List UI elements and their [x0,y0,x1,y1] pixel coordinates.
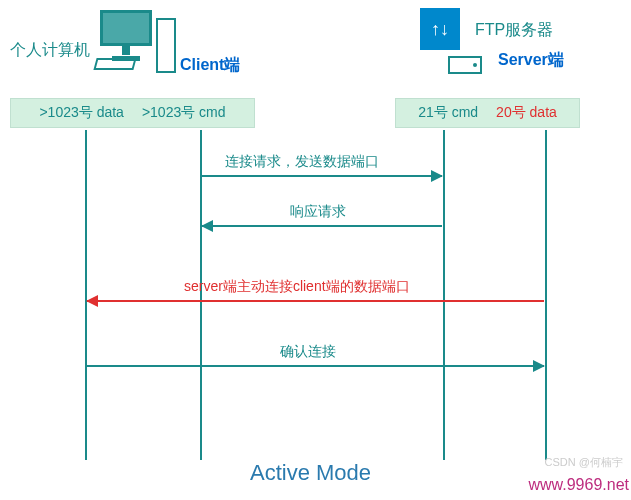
arrow-confirm [87,365,544,367]
url-watermark: www.9969.net [528,476,629,494]
arrow-confirm-label: 确认连接 [280,343,336,361]
arrow-server-connect-label: server端主动连接client端的数据端口 [184,278,410,296]
arrow-server-connect [87,300,544,302]
arrow-connect-request-label: 连接请求，发送数据端口 [225,153,379,171]
server-data-port: 20号 data [496,104,557,122]
client-data-port: >1023号 data [39,104,123,122]
server-cmd-port: 21号 cmd [418,104,478,122]
server-ports-box: 21号 cmd 20号 data [395,98,580,128]
server-title: FTP服务器 [475,20,553,41]
mode-label: Active Mode [250,460,371,486]
watermark-text: CSDN @何楠宇 [545,455,623,470]
arrow-response [202,225,442,227]
client-ports-box: >1023号 data >1023号 cmd [10,98,255,128]
client-cmd-port: >1023号 cmd [142,104,226,122]
server-role-label: Server端 [498,50,564,71]
client-computer-icon [100,10,160,80]
server-icon: ↑↓ [420,8,460,50]
arrow-connect-request [202,175,442,177]
arrow-response-label: 响应请求 [290,203,346,221]
client-role-label: Client端 [180,55,240,76]
client-title: 个人计算机 [10,40,90,61]
server-data-lifeline [545,130,547,460]
server-cmd-lifeline [443,130,445,460]
